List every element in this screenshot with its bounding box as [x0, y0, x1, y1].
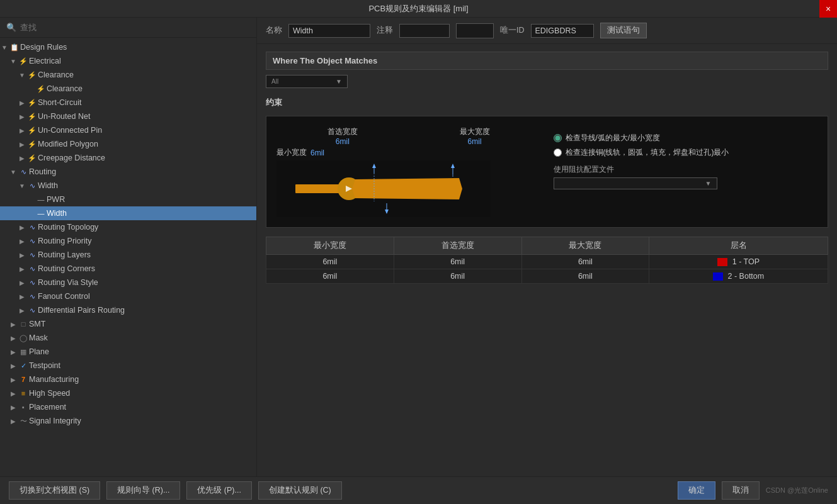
layer2-badge — [713, 272, 723, 281]
tree-item-manufacturing[interactable]: ▶ 7 Manufacturing — [0, 372, 256, 386]
id-input[interactable] — [531, 24, 594, 38]
confirm-btn[interactable]: 确定 — [678, 481, 715, 500]
icon-pwr: — — [35, 196, 47, 203]
tree-item-plane[interactable]: ▶ ▦ Plane — [0, 345, 256, 359]
tree-item-testpoint[interactable]: ▶ ✓ Testpoint — [0, 359, 256, 372]
tree-item-design-rules[interactable]: ▼ 📋 Design Rules — [0, 40, 256, 54]
doc-view-btn[interactable]: 切换到文档视图 (S) — [9, 481, 100, 500]
icon-short-circuit: ⚡ — [26, 99, 38, 107]
tree-item-differential-pairs[interactable]: ▶ ∿ Differential Pairs Routing — [0, 303, 256, 317]
tree-item-fanout-control[interactable]: ▶ ∿ Fanout Control — [0, 289, 256, 303]
tree-item-high-speed[interactable]: ▶ ≡ High Speed — [0, 386, 256, 400]
arrow-routing-layers: ▶ — [18, 252, 26, 259]
label-width-rule: Width — [47, 209, 254, 218]
comment-input[interactable] — [399, 24, 450, 38]
name-input[interactable] — [288, 24, 370, 38]
cancel-btn[interactable]: 取消 — [722, 481, 760, 500]
label-routing-layers: Routing Layers — [38, 250, 254, 259]
search-input[interactable] — [20, 23, 250, 32]
dropdown-arrow: ▼ — [336, 78, 342, 85]
table-row-bottom[interactable]: 6mil 6mil 6mil 2 - Bottom — [266, 269, 828, 284]
label-routing-corners: Routing Corners — [38, 264, 254, 273]
table-row-top[interactable]: 6mil 6mil 6mil 1 - TOP — [266, 255, 828, 269]
col-min: 最小宽度 — [266, 237, 394, 255]
width-table: 最小宽度 首选宽度 最大宽度 层名 6mil 6mil 6mil — [266, 237, 828, 284]
create-default-btn[interactable]: 创建默认规则 (C) — [258, 481, 342, 500]
arrow-placement: ▶ — [9, 404, 18, 411]
arrow-clearance-group: ▼ — [18, 72, 26, 79]
icon-routing-layers: ∿ — [26, 251, 38, 259]
label-differential-pairs: Differential Pairs Routing — [38, 306, 254, 315]
icon-routing-via-style: ∿ — [26, 279, 38, 287]
tree-item-width-rule[interactable]: — Width — [0, 206, 256, 220]
priority-btn[interactable]: 优先级 (P)... — [186, 481, 252, 500]
label-smt: SMT — [29, 320, 254, 328]
label-routing-priority: Routing Priority — [38, 237, 254, 245]
label-clearance: Clearance — [47, 84, 254, 93]
match-dropdown[interactable]: All ▼ — [266, 75, 348, 88]
icon-routing-priority: ∿ — [26, 237, 38, 245]
layer2-name: 2 - Bottom — [728, 272, 765, 281]
label-high-speed: High Speed — [29, 389, 254, 398]
label-signal-integrity: Signal Integrity — [29, 417, 254, 425]
tree-item-creepage-distance[interactable]: ▶ ⚡ Creepage Distance — [0, 151, 256, 165]
tree-item-clearance[interactable]: ⚡ Clearance — [0, 82, 256, 96]
arrow-routing-priority: ▶ — [18, 238, 26, 245]
test-btn[interactable]: 测试语句 — [600, 23, 647, 38]
tree-item-routing-topology[interactable]: ▶ ∿ Routing Topology — [0, 220, 256, 234]
arrow-routing-corners: ▶ — [18, 266, 26, 272]
tree-item-signal-integrity[interactable]: ▶ 〜 Signal Integrity — [0, 414, 256, 428]
icon-signal-integrity: 〜 — [18, 417, 29, 426]
tree-item-routing[interactable]: ▼ ∿ Routing — [0, 165, 256, 179]
where-matches-section: Where The Object Matches All ▼ — [266, 52, 828, 88]
label-creepage-distance: Creepage Distance — [38, 154, 254, 162]
row1-pref: 6mil — [394, 255, 521, 269]
arrow-plane: ▶ — [9, 349, 18, 356]
arrow-differential-pairs: ▶ — [18, 307, 26, 314]
where-matches-title: Where The Object Matches — [266, 52, 828, 70]
name-label: 名称 — [266, 25, 282, 36]
radio-input-1[interactable] — [554, 134, 562, 142]
tree-item-width-folder[interactable]: ▼ ∿ Width — [0, 179, 256, 193]
tree-item-electrical[interactable]: ▼ ⚡ Electrical — [0, 54, 256, 68]
row2-min: 6mil — [266, 269, 394, 284]
radio-label-2: 检查连接铜(线轨，圆弧，填充，焊盘和过孔)最小 — [566, 147, 729, 158]
id-label: 唯一ID — [500, 25, 525, 36]
tree-item-routing-corners[interactable]: ▶ ∿ Routing Corners — [0, 262, 256, 276]
tree-item-routing-priority[interactable]: ▶ ∿ Routing Priority — [0, 234, 256, 248]
icon-width-folder: ∿ — [26, 182, 38, 190]
row2-max: 6mil — [521, 269, 649, 284]
tree-item-clearance-group[interactable]: ▼ ⚡ Clearance — [0, 68, 256, 82]
label-modified-polygon: Modified Polygon — [38, 140, 254, 148]
rule-wizard-btn[interactable]: 规则向导 (R)... — [106, 481, 180, 500]
bottom-bar: 切换到文档视图 (S) 规则向导 (R)... 优先级 (P)... 创建默认规… — [0, 476, 837, 504]
width-table-header: 最小宽度 首选宽度 最大宽度 层名 — [266, 237, 828, 255]
pref-value-top: 6mil — [336, 137, 350, 146]
icon-electrical: ⚡ — [18, 57, 29, 65]
constraint-title: 约束 — [266, 97, 828, 108]
radio-input-2[interactable] — [554, 148, 562, 157]
tree-item-routing-via-style[interactable]: ▶ ∿ Routing Via Style — [0, 276, 256, 289]
label-design-rules: Design Rules — [20, 43, 254, 52]
label-un-connected-pin: Un-Connected Pin — [38, 126, 254, 135]
impedance-dropdown[interactable]: ▼ — [554, 177, 717, 189]
tree-item-short-circuit[interactable]: ▶ ⚡ Short-Circuit — [0, 96, 256, 109]
icon-testpoint: ✓ — [18, 362, 29, 370]
tree-item-un-routed-net[interactable]: ▶ ⚡ Un-Routed Net — [0, 109, 256, 123]
icon-mask: ◯ — [18, 334, 29, 342]
close-button[interactable]: × — [819, 0, 837, 18]
label-testpoint: Testpoint — [29, 361, 254, 370]
tree-item-modified-polygon[interactable]: ▶ ⚡ Modified Polygon — [0, 137, 256, 151]
tree-item-un-connected-pin[interactable]: ▶ ⚡ Un-Connected Pin — [0, 123, 256, 137]
arrow-manufacturing: ▶ — [9, 376, 18, 383]
col-pref: 首选宽度 — [394, 237, 521, 255]
tree-item-routing-layers[interactable]: ▶ ∿ Routing Layers — [0, 248, 256, 262]
tree-item-mask[interactable]: ▶ ◯ Mask — [0, 331, 256, 345]
row2-layer: 2 - Bottom — [649, 269, 828, 284]
main-layout: 🔍 ▼ 📋 Design Rules ▼ ⚡ Electrical ▼ — [0, 18, 837, 476]
tree-item-pwr[interactable]: — PWR — [0, 193, 256, 206]
label-routing: Routing — [29, 167, 254, 176]
tree-item-placement[interactable]: ▶ ▪ Placement — [0, 400, 256, 414]
label-mask: Mask — [29, 333, 254, 342]
tree-item-smt[interactable]: ▶ □ SMT — [0, 317, 256, 331]
